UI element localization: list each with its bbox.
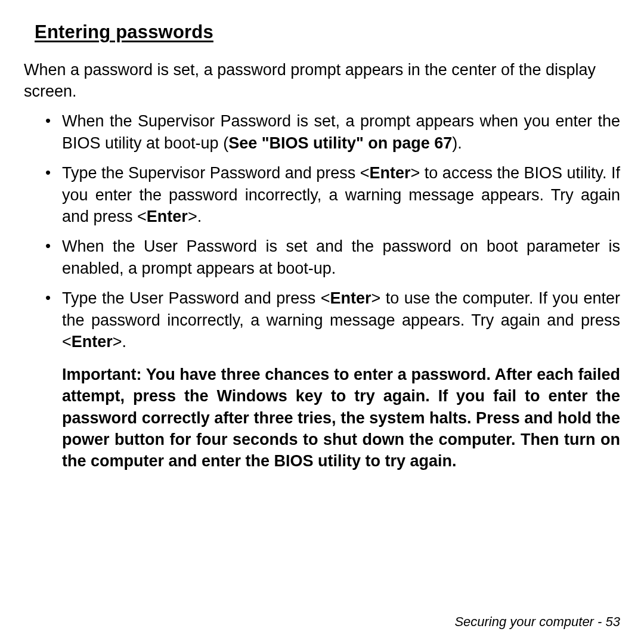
footer-separator: -	[594, 614, 606, 629]
bold-text: See "BIOS utility" on page 67	[228, 134, 452, 152]
bold-text: Enter	[330, 289, 371, 307]
text: ).	[452, 134, 462, 152]
list-item: When the Supervisor Password is set, a p…	[62, 110, 620, 154]
bullet-list: When the Supervisor Password is set, a p…	[24, 110, 620, 352]
list-item: When the User Password is set and the pa…	[62, 236, 620, 279]
text: When the User Password is set and the pa…	[62, 237, 620, 277]
footer-section-title: Securing your computer	[454, 614, 594, 629]
page-footer: Securing your computer - 53	[454, 614, 620, 630]
list-item: Type the Supervisor Password and press <…	[62, 162, 620, 227]
text: Type the User Password and press <	[62, 289, 330, 307]
bold-text: Enter	[72, 333, 113, 351]
text: >.	[113, 333, 126, 351]
text: Type the Supervisor Password and press <	[62, 164, 370, 182]
list-item: Type the User Password and press <Enter>…	[62, 287, 620, 352]
bold-text: Enter	[370, 164, 411, 182]
text: >.	[188, 208, 202, 225]
section-heading: Entering passwords	[24, 21, 620, 47]
footer-page-number: 53	[606, 614, 620, 629]
document-page: Entering passwords When a password is se…	[0, 0, 644, 644]
important-note: Important: You have three chances to ent…	[62, 364, 620, 472]
intro-paragraph: When a password is set, a password promp…	[24, 60, 620, 102]
bold-text: Enter	[147, 208, 188, 225]
